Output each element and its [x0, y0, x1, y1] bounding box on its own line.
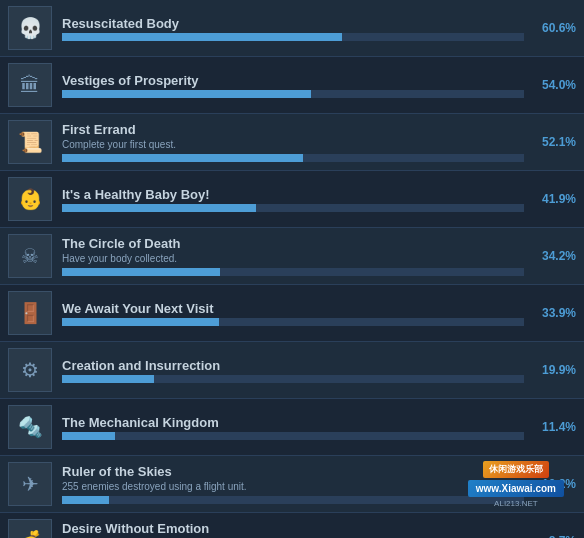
achievement-info: First ErrandComplete your first quest.: [62, 122, 524, 162]
achievement-icon: 🚪: [8, 291, 52, 335]
achievement-percent: 19.9%: [534, 363, 576, 377]
achievement-info: Ruler of the Skies255 enemies destroyed …: [62, 464, 524, 504]
achievement-percent: 60.6%: [534, 21, 576, 35]
achievement-bar: [62, 496, 109, 504]
achievement-icon: ✈: [8, 462, 52, 506]
achievement-bar-container: [62, 432, 524, 440]
achievement-bar: [62, 432, 115, 440]
achievement-percent: 41.9%: [534, 192, 576, 206]
achievement-name: It's a Healthy Baby Boy!: [62, 187, 524, 202]
achievement-percent: 8.7%: [534, 534, 576, 538]
achievement-row: 🏛Vestiges of Prosperity54.0%: [0, 57, 584, 114]
achievement-name: Resuscitated Body: [62, 16, 524, 31]
achievement-desc: Have your body collected.: [62, 253, 524, 264]
achievement-percent: 11.4%: [534, 420, 576, 434]
achievement-name: First Errand: [62, 122, 524, 137]
achievement-info: Desire Without EmotionAt least 100,000 G…: [62, 521, 524, 538]
achievement-icon: 👶: [8, 177, 52, 221]
achievement-desc: Complete your first quest.: [62, 139, 524, 150]
achievement-bar: [62, 204, 256, 212]
achievement-row: 👶It's a Healthy Baby Boy!41.9%: [0, 171, 584, 228]
achievement-name: The Circle of Death: [62, 236, 524, 251]
achievement-bar-container: [62, 496, 524, 504]
achievement-percent: 34.2%: [534, 249, 576, 263]
achievement-percent: 54.0%: [534, 78, 576, 92]
achievement-row: 📜First ErrandComplete your first quest.5…: [0, 114, 584, 171]
achievement-info: Vestiges of Prosperity: [62, 73, 524, 98]
achievement-icon: 💰: [8, 519, 52, 538]
achievement-icon: 🏛: [8, 63, 52, 107]
achievement-bar: [62, 90, 311, 98]
achievement-bar-container: [62, 375, 524, 383]
achievement-bar-container: [62, 33, 524, 41]
achievement-bar: [62, 268, 220, 276]
achievement-row: ⚙Creation and Insurrection19.9%: [0, 342, 584, 399]
achievement-percent: 33.9%: [534, 306, 576, 320]
achievement-bar: [62, 154, 303, 162]
achievement-icon: 💀: [8, 6, 52, 50]
achievement-name: We Await Your Next Visit: [62, 301, 524, 316]
achievement-icon: 📜: [8, 120, 52, 164]
achievement-icon: 🔩: [8, 405, 52, 449]
achievement-name: Ruler of the Skies: [62, 464, 524, 479]
achievement-bar-container: [62, 268, 524, 276]
achievement-bar: [62, 375, 154, 383]
achievement-bar: [62, 33, 342, 41]
achievement-row: ☠The Circle of DeathHave your body colle…: [0, 228, 584, 285]
achievement-list[interactable]: 💀Resuscitated Body60.6%🏛Vestiges of Pros…: [0, 0, 584, 538]
achievement-bar-container: [62, 204, 524, 212]
achievement-row: 💰Desire Without EmotionAt least 100,000 …: [0, 513, 584, 538]
achievement-icon: ⚙: [8, 348, 52, 392]
achievement-name: The Mechanical Kingdom: [62, 415, 524, 430]
achievement-bar-container: [62, 318, 524, 326]
achievement-bar: [62, 318, 219, 326]
achievement-row: 🔩The Mechanical Kingdom11.4%: [0, 399, 584, 456]
achievement-percent: 52.1%: [534, 135, 576, 149]
achievement-info: Resuscitated Body: [62, 16, 524, 41]
achievement-row: ✈Ruler of the Skies255 enemies destroyed…: [0, 456, 584, 513]
achievement-percent: 10.2%: [534, 477, 576, 491]
achievement-row: 🚪We Await Your Next Visit33.9%: [0, 285, 584, 342]
achievement-icon: ☠: [8, 234, 52, 278]
achievement-row: 💀Resuscitated Body60.6%: [0, 0, 584, 57]
achievement-name: Desire Without Emotion: [62, 521, 524, 536]
achievement-info: The Mechanical Kingdom: [62, 415, 524, 440]
achievement-info: It's a Healthy Baby Boy!: [62, 187, 524, 212]
achievement-info: Creation and Insurrection: [62, 358, 524, 383]
achievement-name: Creation and Insurrection: [62, 358, 524, 373]
achievement-desc: 255 enemies destroyed using a flight uni…: [62, 481, 524, 492]
achievement-info: We Await Your Next Visit: [62, 301, 524, 326]
achievement-name: Vestiges of Prosperity: [62, 73, 524, 88]
achievement-info: The Circle of DeathHave your body collec…: [62, 236, 524, 276]
achievement-bar-container: [62, 154, 524, 162]
achievement-bar-container: [62, 90, 524, 98]
